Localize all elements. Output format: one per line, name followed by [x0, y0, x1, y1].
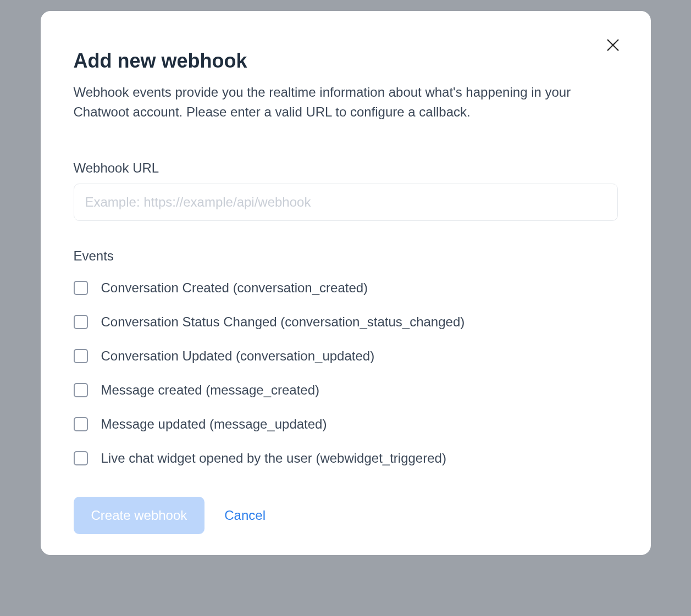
event-checkbox-conversation-updated[interactable] — [74, 349, 88, 363]
event-row: Conversation Status Changed (conversatio… — [74, 314, 618, 330]
event-row: Message created (message_created) — [74, 382, 618, 398]
add-webhook-modal: Add new webhook Webhook events provide y… — [41, 11, 651, 555]
event-checkbox-conversation-created[interactable] — [74, 281, 88, 295]
cancel-button[interactable]: Cancel — [224, 508, 266, 523]
webhook-url-label: Webhook URL — [74, 160, 618, 176]
event-checkbox-webwidget-triggered[interactable] — [74, 451, 88, 465]
modal-actions: Create webhook Cancel — [74, 497, 618, 534]
events-label: Events — [74, 248, 618, 264]
event-label[interactable]: Message created (message_created) — [101, 382, 320, 398]
event-label[interactable]: Message updated (message_updated) — [101, 417, 327, 432]
event-row: Conversation Created (conversation_creat… — [74, 280, 618, 296]
close-icon — [605, 37, 621, 55]
event-label[interactable]: Conversation Status Changed (conversatio… — [101, 314, 465, 330]
event-row: Conversation Updated (conversation_updat… — [74, 348, 618, 364]
event-checkbox-message-created[interactable] — [74, 383, 88, 397]
event-label[interactable]: Conversation Created (conversation_creat… — [101, 280, 368, 296]
create-webhook-button[interactable]: Create webhook — [74, 497, 205, 534]
webhook-url-input[interactable] — [74, 184, 618, 221]
event-label[interactable]: Live chat widget opened by the user (web… — [101, 451, 446, 466]
event-row: Live chat widget opened by the user (web… — [74, 451, 618, 466]
modal-title: Add new webhook — [74, 49, 618, 73]
events-list: Conversation Created (conversation_creat… — [74, 280, 618, 466]
event-row: Message updated (message_updated) — [74, 417, 618, 432]
event-label[interactable]: Conversation Updated (conversation_updat… — [101, 348, 375, 364]
modal-description: Webhook events provide you the realtime … — [74, 82, 615, 122]
event-checkbox-message-updated[interactable] — [74, 417, 88, 431]
close-button[interactable] — [601, 34, 624, 57]
event-checkbox-conversation-status-changed[interactable] — [74, 315, 88, 329]
